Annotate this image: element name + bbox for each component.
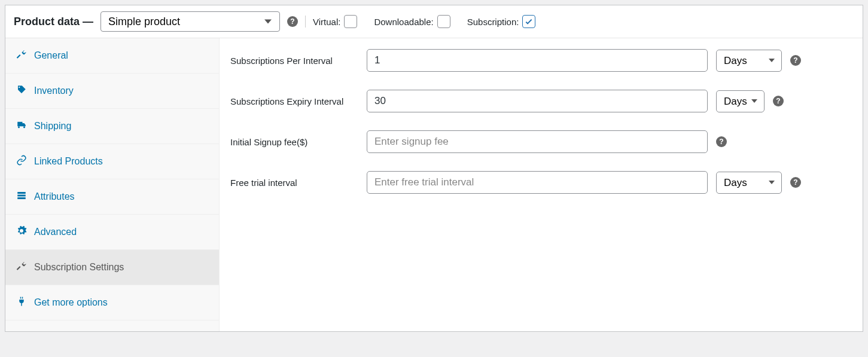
row-free-trial-interval: Free trial interval Days ?	[230, 171, 852, 194]
help-icon[interactable]: ?	[287, 16, 298, 27]
sidebar-item-label: Shipping	[34, 121, 71, 132]
wrench-icon	[16, 261, 27, 274]
field-label: Initial Signup fee($)	[230, 137, 358, 147]
help-icon[interactable]: ?	[790, 177, 801, 188]
panel-header: Product data — Simple product ? Virtual:…	[5, 5, 863, 38]
initial-signup-fee-input[interactable]	[367, 130, 708, 153]
help-icon[interactable]: ?	[716, 136, 727, 147]
plug-icon	[16, 296, 27, 309]
sidebar-item-subscription-settings[interactable]: Subscription Settings	[5, 250, 219, 285]
sidebar-item-inventory[interactable]: Inventory	[5, 74, 219, 109]
sidebar-item-label: Inventory	[34, 86, 74, 96]
subscription-label: Subscription:	[467, 17, 519, 27]
svg-rect-0	[17, 192, 26, 194]
header-checks: Virtual: Downloadable: Subscription:	[313, 15, 535, 28]
free-trial-unit-select[interactable]: Days	[716, 172, 782, 194]
subscription-checkbox[interactable]	[522, 15, 535, 28]
product-type-select[interactable]: Simple product	[100, 11, 280, 32]
link-icon	[16, 155, 27, 168]
help-icon[interactable]: ?	[773, 96, 784, 106]
truck-icon	[16, 120, 27, 133]
sidebar-item-label: Subscription Settings	[34, 262, 124, 273]
subscriptions-per-interval-input[interactable]	[367, 49, 708, 72]
sidebar-item-attributes[interactable]: Attributes	[5, 179, 219, 215]
product-data-panel: Product data — Simple product ? Virtual:…	[5, 5, 863, 332]
row-subscriptions-expiry-interval: Subscriptions Expiry Interval Days ?	[230, 90, 852, 112]
free-trial-interval-input[interactable]	[367, 171, 708, 194]
sidebar-item-label: Attributes	[34, 191, 75, 202]
row-subscriptions-per-interval: Subscriptions Per Interval Days ?	[230, 49, 852, 72]
field-label: Free trial interval	[230, 178, 358, 188]
sidebar-item-label: Linked Products	[34, 156, 103, 167]
expiry-interval-unit-select[interactable]: Days	[716, 90, 765, 112]
sidebar-item-get-more-options[interactable]: Get more options	[5, 285, 219, 321]
gear-icon	[16, 225, 27, 239]
sidebar-item-advanced[interactable]: Advanced	[5, 215, 219, 250]
separator	[305, 16, 306, 28]
downloadable-checkbox[interactable]	[437, 15, 450, 28]
sidebar-item-label: General	[34, 50, 68, 61]
row-initial-signup-fee: Initial Signup fee($) ?	[230, 130, 852, 153]
field-label: Subscriptions Per Interval	[230, 56, 358, 66]
sidebar-item-shipping[interactable]: Shipping	[5, 109, 219, 144]
sidebar-item-linked-products[interactable]: Linked Products	[5, 144, 219, 179]
svg-rect-2	[17, 197, 26, 199]
virtual-label: Virtual:	[313, 17, 340, 27]
subscriptions-expiry-interval-input[interactable]	[367, 90, 708, 112]
content-area: Subscriptions Per Interval Days ? Subscr…	[220, 38, 863, 331]
sidebar-item-label: Advanced	[34, 227, 77, 237]
field-label: Subscriptions Expiry Interval	[230, 96, 358, 106]
tag-icon	[16, 84, 27, 97]
panel-title: Product data —	[14, 16, 93, 28]
per-interval-unit-select[interactable]: Days	[716, 50, 782, 72]
sidebar-item-general[interactable]: General	[5, 38, 219, 74]
wrench-icon	[16, 49, 27, 62]
list-icon	[16, 190, 27, 203]
virtual-checkbox[interactable]	[344, 15, 357, 28]
panel-body: General Inventory Shipping Linked Produc…	[5, 38, 863, 331]
help-icon[interactable]: ?	[790, 55, 801, 66]
sidebar: General Inventory Shipping Linked Produc…	[5, 38, 220, 331]
sidebar-item-label: Get more options	[34, 297, 108, 308]
downloadable-label: Downloadable:	[374, 17, 433, 27]
svg-rect-1	[17, 195, 26, 197]
